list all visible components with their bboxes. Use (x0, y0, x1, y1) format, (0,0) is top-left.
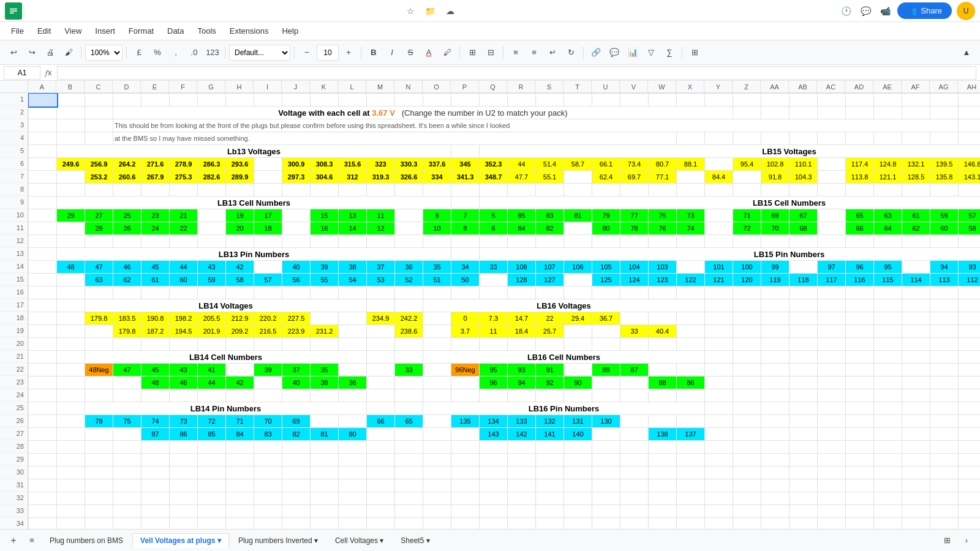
cell-J30[interactable] (282, 467, 311, 479)
cell-X24[interactable] (677, 389, 705, 402)
cell-W10[interactable]: 75 (649, 209, 677, 222)
cell-A16[interactable] (29, 287, 57, 299)
cell-G24[interactable] (198, 389, 226, 402)
cell-AB15[interactable]: 118 (790, 274, 818, 287)
formula-input[interactable] (57, 66, 977, 80)
menu-tools[interactable]: Tools (191, 24, 222, 38)
cell-O18[interactable] (423, 312, 451, 325)
cell-N10[interactable] (395, 209, 423, 222)
cell-B27[interactable] (57, 428, 85, 441)
cell-L14[interactable]: 38 (339, 261, 367, 274)
cell-E19[interactable]: 187.2 (141, 325, 170, 338)
cell-N14[interactable]: 36 (395, 261, 423, 274)
cell-R29[interactable] (508, 454, 536, 467)
cell-B7[interactable] (57, 171, 85, 184)
cell-A5[interactable] (29, 145, 57, 158)
cell-AE7[interactable]: 121.1 (874, 171, 902, 184)
cell-AB10[interactable]: 67 (790, 209, 818, 222)
cell-AF18[interactable] (902, 312, 930, 325)
cell-M23[interactable] (367, 377, 395, 389)
cell-Z34[interactable] (733, 518, 761, 530)
cell-H23[interactable]: 42 (226, 377, 254, 389)
cell-AH33[interactable] (959, 505, 981, 518)
cell-AC32[interactable] (818, 492, 846, 505)
cell-V20[interactable] (620, 338, 649, 351)
cell-AC17[interactable] (818, 299, 846, 312)
cell-R31[interactable] (508, 479, 536, 492)
cell-T10[interactable]: 81 (564, 209, 592, 222)
cell-D16[interactable] (113, 287, 141, 299)
cell-AG17[interactable] (930, 299, 959, 312)
cell-W20[interactable] (649, 338, 677, 351)
cell-X22[interactable] (677, 364, 705, 377)
cell-AE33[interactable] (874, 505, 902, 518)
cell-J7[interactable]: 297.3 (282, 171, 311, 184)
cell-G15[interactable]: 59 (198, 274, 226, 287)
cell-N24[interactable] (395, 389, 423, 402)
cell-M27[interactable] (367, 428, 395, 441)
cell-C32[interactable] (85, 492, 113, 505)
cell-J10[interactable] (282, 209, 311, 222)
cell-AC4[interactable] (818, 132, 846, 145)
cell-E15[interactable]: 61 (141, 274, 170, 287)
cell-A17[interactable] (29, 299, 57, 312)
cell-O12[interactable] (423, 235, 451, 248)
cell-P31[interactable] (451, 479, 480, 492)
cell-AF2[interactable] (902, 107, 930, 119)
share-button[interactable]: 👥 Share (897, 2, 952, 19)
cell-Q13[interactable]: LB15 Pin Numbers (480, 248, 981, 261)
cell-B6[interactable]: 249.6 (57, 158, 85, 171)
cell-J22[interactable]: 37 (282, 364, 311, 377)
cell-F19[interactable]: 194.5 (170, 325, 198, 338)
cell-A12[interactable] (29, 235, 57, 248)
cell-AH30[interactable] (959, 467, 981, 479)
cell-M14[interactable]: 37 (367, 261, 395, 274)
cell-AG34[interactable] (930, 518, 959, 530)
cell-Y29[interactable] (705, 454, 733, 467)
cell-P12[interactable] (451, 235, 480, 248)
cell-D10[interactable]: 25 (113, 209, 141, 222)
cell-AA17[interactable] (761, 299, 790, 312)
cell-A28[interactable] (29, 441, 57, 454)
cell-Y16[interactable] (705, 287, 733, 299)
tab-cell-voltages[interactable]: Cell Voltages ▾ (327, 533, 391, 548)
cell-AG26[interactable] (930, 415, 959, 428)
cell-L22[interactable] (339, 364, 367, 377)
cell-L26[interactable] (339, 415, 367, 428)
cell-AA7[interactable]: 91.8 (761, 171, 790, 184)
comment-button[interactable]: 💬 (606, 44, 623, 61)
cell-Q29[interactable] (480, 454, 508, 467)
cell-AA2[interactable] (761, 107, 790, 119)
cell-A6[interactable] (29, 158, 57, 171)
cell-U33[interactable] (592, 505, 620, 518)
cell-Y31[interactable] (705, 479, 733, 492)
valign-button[interactable]: ≡ (526, 44, 543, 61)
cell-P11[interactable]: 8 (451, 222, 480, 235)
cell-Z32[interactable] (733, 492, 761, 505)
cell-AC14[interactable]: 97 (818, 261, 846, 274)
cell-K12[interactable] (311, 235, 339, 248)
cell-AG16[interactable] (930, 287, 959, 299)
cell-E10[interactable]: 23 (141, 209, 170, 222)
cell-D26[interactable]: 75 (113, 415, 141, 428)
cell-Q26[interactable]: 134 (480, 415, 508, 428)
decimal-button[interactable]: , (167, 44, 184, 61)
cell-W18[interactable] (649, 312, 677, 325)
cell-AC33[interactable] (818, 505, 846, 518)
cell-S6[interactable]: 51.4 (536, 158, 564, 171)
cell-P5[interactable] (451, 145, 480, 158)
avatar[interactable]: U (957, 2, 975, 20)
cell-O8[interactable] (423, 184, 451, 197)
cell-Y23[interactable] (705, 377, 733, 389)
cell-AA27[interactable] (761, 428, 790, 441)
cell-AD25[interactable] (846, 402, 874, 415)
cell-AA25[interactable] (761, 402, 790, 415)
cell-X28[interactable] (677, 441, 705, 454)
cell-Y20[interactable] (705, 338, 733, 351)
font-size-input[interactable] (317, 45, 339, 61)
cell-AH4[interactable] (959, 132, 981, 145)
cell-V29[interactable] (620, 454, 649, 467)
cell-J33[interactable] (282, 505, 311, 518)
cell-AE27[interactable] (874, 428, 902, 441)
cell-C26[interactable]: 78 (85, 415, 113, 428)
